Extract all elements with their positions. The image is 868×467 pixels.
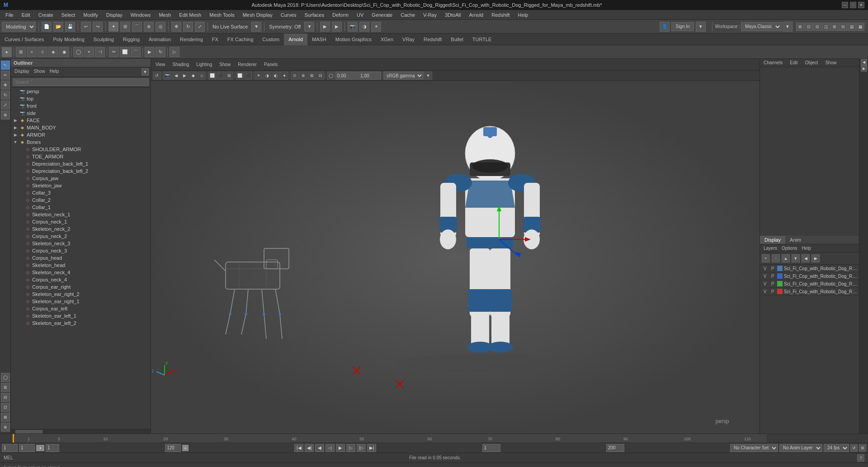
snap-to-view-icon[interactable]: ◉ <box>59 47 69 57</box>
vp-exposure-value[interactable] <box>335 71 358 80</box>
vp-gamma-value[interactable] <box>359 71 381 80</box>
vp-show-menu[interactable]: Show <box>217 61 233 68</box>
move-tool-btn[interactable]: ✥ <box>1 81 10 90</box>
tree-item-skeleton-ear-right-1[interactable]: ◇ Skeleton_ear_right_1 <box>11 298 151 305</box>
layout-icon-7[interactable]: ▤ <box>848 23 856 31</box>
outline-btn[interactable]: ⊞ <box>1 383 10 392</box>
outliner-filter-icon[interactable]: ▼ <box>142 68 149 76</box>
character-set-dropdown[interactable]: No Character Set <box>730 444 778 452</box>
vp-hud-icon[interactable]: ⊟ <box>316 71 325 80</box>
layout-icon-3[interactable]: ⊟ <box>813 23 821 31</box>
go-end-btn[interactable]: ▶| <box>367 444 376 452</box>
vp-cam-icon[interactable]: 📷 <box>163 71 171 80</box>
tab-bullet[interactable]: Bullet <box>446 33 468 45</box>
current-frame-input[interactable] <box>2 444 18 452</box>
tree-item-face[interactable]: ▶ ◆ FACE <box>11 117 151 124</box>
tree-item-corpus-jaw[interactable]: ◇ Corpus_jaw <box>11 175 151 182</box>
layout-icon-6[interactable]: ⊟ <box>839 23 847 31</box>
select-region-icon[interactable]: ⬜ <box>120 47 130 57</box>
vp-xray-icon[interactable]: ⊙ <box>291 71 299 80</box>
tree-item-main-body[interactable]: ▶ ◆ MAIN_BODY <box>11 124 151 131</box>
prev-frame-btn[interactable]: ◀ <box>315 444 324 452</box>
vp-light-icon[interactable]: ☀ <box>255 71 263 80</box>
menu-uv[interactable]: UV <box>353 11 367 19</box>
mirror-icon[interactable]: ⊣ <box>95 47 105 57</box>
soft-select-icon[interactable]: ◯ <box>73 47 83 57</box>
menu-surfaces[interactable]: Surfaces <box>301 11 328 19</box>
snap-curve-icon[interactable]: ⌒ <box>132 22 142 32</box>
tab-show[interactable]: Show <box>821 59 840 67</box>
vp-single-icon[interactable]: ⬜ <box>208 71 216 80</box>
vp-gamma-select[interactable]: sRGB gamma <box>383 71 424 80</box>
symmetry-icon[interactable]: ⌖ <box>84 47 94 57</box>
tab-rendering[interactable]: Rendering <box>175 33 208 45</box>
camera-move-icon[interactable]: ▶ <box>145 47 155 57</box>
render-preview-icon[interactable]: ▷ <box>170 47 179 57</box>
tree-item-collar-3[interactable]: ◇ Collar_3 <box>11 189 151 196</box>
vp-shadow-icon[interactable]: ◑ <box>263 71 271 80</box>
tree-item-skeleton-neck-3[interactable]: ◇ Skeleton_neck_3 <box>11 240 151 247</box>
outliner-display-menu[interactable]: Display <box>13 68 31 76</box>
rotate-icon[interactable]: ↻ <box>183 22 193 32</box>
tree-item-collar-1[interactable]: ◇ Collar_1 <box>11 204 151 211</box>
layer-row-controllers[interactable]: V P Sci_Fi_Cop_with_Robotic_Dog_Rigged_C… <box>760 280 859 288</box>
tab-motion-graphics[interactable]: Motion Graphics <box>331 33 376 45</box>
snap-point-icon[interactable]: ⊕ <box>144 22 154 32</box>
loop-icon[interactable]: ↺ <box>850 444 858 452</box>
symmetry-dropdown[interactable]: ▼ <box>304 22 314 32</box>
tab-arnold[interactable]: Arnold <box>284 33 307 45</box>
outliner-search-input[interactable] <box>13 78 149 86</box>
show-manip-btn[interactable]: ⊕ <box>1 110 10 119</box>
menu-3dtoall[interactable]: 3DtoAll <box>441 11 464 19</box>
signin-dropdown[interactable]: ▼ <box>696 22 706 32</box>
vp-quad-icon[interactable]: ⊞ <box>225 71 233 80</box>
tree-item-shoulder-armor[interactable]: ◇ SHOULDER_ARMOR <box>11 146 151 153</box>
snap-surface-icon[interactable]: ◎ <box>156 22 165 32</box>
ipr-icon[interactable]: ▶ <box>332 22 342 32</box>
new-file-icon[interactable]: 📄 <box>42 22 52 32</box>
tab-fx[interactable]: FX <box>208 33 223 45</box>
vp-view-menu[interactable]: View <box>153 61 168 68</box>
trax-btn[interactable]: ⊠ <box>1 413 10 422</box>
fps-dropdown[interactable]: 24 fps <box>824 444 849 452</box>
help-menu[interactable]: Help <box>800 245 813 251</box>
layout-icon-4[interactable]: ◫ <box>822 23 830 31</box>
dope-btn[interactable]: ⊡ <box>1 403 10 412</box>
menu-curves[interactable]: Curves <box>277 11 300 19</box>
next-frame-btn[interactable]: ▷ <box>346 444 355 452</box>
vp-manip-icon[interactable]: ⊕ <box>299 71 307 80</box>
tab-fx-caching[interactable]: FX Caching <box>223 33 258 45</box>
shader-icon[interactable]: ◑ <box>359 22 369 32</box>
graph-btn[interactable]: ⊟ <box>1 393 10 402</box>
tab-animation[interactable]: Animation <box>144 33 175 45</box>
prev-key-btn[interactable]: ◀| <box>305 444 314 452</box>
next-key-btn[interactable]: |▷ <box>357 444 366 452</box>
tab-xgen[interactable]: XGen <box>376 33 398 45</box>
vp-refresh-icon[interactable]: ↺ <box>153 71 161 80</box>
menu-redshift[interactable]: Redshift <box>488 11 513 19</box>
tab-poly-modeling[interactable]: Poly Modeling <box>48 33 89 45</box>
tree-item-bones[interactable]: ▼ ◆ Bones <box>11 138 151 146</box>
snap-to-grid-icon[interactable]: ⊞ <box>16 47 26 57</box>
vp-ao-icon[interactable]: ◐ <box>272 71 280 80</box>
total-range-input[interactable] <box>606 444 624 452</box>
layer-prev-btn[interactable]: ◀ <box>802 254 810 262</box>
layer-dn-btn[interactable]: ▼ <box>792 254 800 262</box>
light-icon[interactable]: ☀ <box>371 22 381 32</box>
paint-tool-btn[interactable]: ✏ <box>1 71 10 80</box>
vp-breakdown-icon[interactable]: ◇ <box>198 71 206 80</box>
menu-cache[interactable]: Cache <box>397 11 419 19</box>
tree-item-corpus-neck-2[interactable]: ◇ Corpus_neck_2 <box>11 233 151 240</box>
tree-item-skeleton-jaw[interactable]: ◇ Skeleton_jaw <box>11 182 151 189</box>
vp-key-icon[interactable]: ◆ <box>189 71 197 80</box>
tree-item-corpus-ear-right[interactable]: ◇ Corpus_ear_right <box>11 283 151 291</box>
tree-item-skeleton-ear-right-2[interactable]: ◇ Skeleton_ear_right_2 <box>11 291 151 298</box>
tree-item-toe-armor[interactable]: ◇ TOE_ARMOR <box>11 153 151 160</box>
tab-redshift[interactable]: Redshift <box>419 33 446 45</box>
select-tool-btn[interactable]: ↖ <box>1 61 10 70</box>
close-button[interactable]: ✕ <box>858 2 864 8</box>
menu-windows[interactable]: Windows <box>127 11 155 19</box>
tab-vray[interactable]: VRay <box>398 33 419 45</box>
vp-gamma-dropdown[interactable]: ▼ <box>424 71 432 80</box>
menu-display[interactable]: Display <box>103 11 126 19</box>
